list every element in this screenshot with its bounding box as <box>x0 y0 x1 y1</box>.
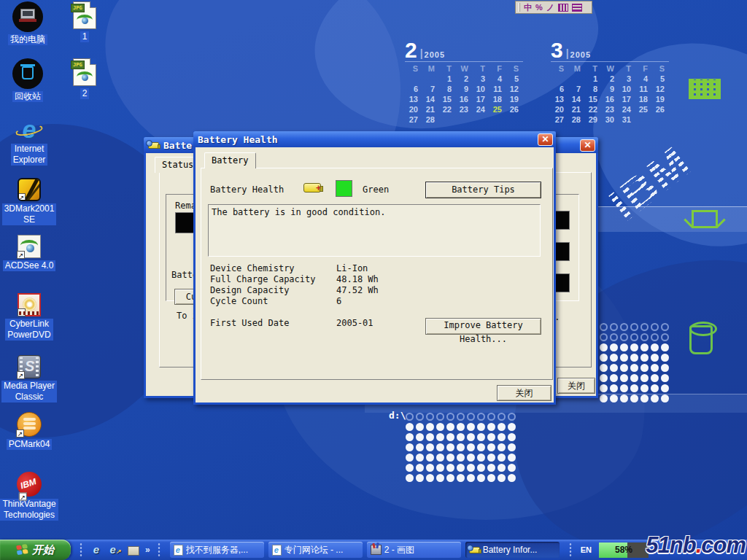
ime-width-toggle-icon[interactable]: % <box>535 1 543 13</box>
calendar-march: 3 | 2005 SMTWTFS123456789101112131415161… <box>551 40 669 125</box>
dot <box>426 413 434 421</box>
desktop-icon-pcmark04[interactable]: ↗ PCMark04 <box>0 412 60 450</box>
calendar-day-header: T <box>472 63 489 74</box>
dot <box>457 413 465 421</box>
desktop-icon-jpg-2[interactable]: JPG 2 <box>55 58 114 99</box>
taskbar-button-ie-error[interactable]: 找不到服务器,... <box>170 542 264 558</box>
desktop: { "wallpaper": { "calendars": [ { "month… <box>0 0 747 560</box>
calendar-date: 17 <box>472 94 489 104</box>
calendar-month: 2 <box>405 41 417 60</box>
paint-icon <box>371 545 382 555</box>
desktop-icon-thinkvantage[interactable]: IBM↗ ThinkVantage Technologies <box>0 472 60 521</box>
dot <box>508 474 516 482</box>
calendar-year: 2005 <box>425 50 445 59</box>
dot <box>640 343 649 351</box>
dot <box>630 333 638 341</box>
quick-launch: e e↗ » <box>71 542 168 557</box>
dot <box>487 443 495 451</box>
close-window-button[interactable]: 关闭 <box>557 378 595 394</box>
start-button[interactable]: 开始 <box>0 540 71 560</box>
windows-flag-icon <box>16 543 28 556</box>
icon-label: Media Player Classic <box>1 381 57 402</box>
jpg-badge: JPG <box>71 4 85 12</box>
field-label: First Used Date <box>210 318 289 328</box>
taskbar-button-forum[interactable]: 专门网论坛 - ... <box>268 542 363 558</box>
ime-punctuation-icon[interactable]: ノ <box>546 1 554 13</box>
dot <box>610 354 618 362</box>
desktop-icon-3dmark2001[interactable]: ↗ 3DMark2001 SE <box>0 178 60 225</box>
dialog-titlebar[interactable]: Battery Health ✕ <box>193 131 556 147</box>
ibm-logo-text: IBM <box>600 136 700 230</box>
overflow-chevron-icon[interactable]: » <box>145 545 150 555</box>
calendar-day-header: T <box>584 63 601 74</box>
desktop-icon-my-computer[interactable]: 我的电脑 <box>0 1 58 45</box>
dot <box>630 323 638 331</box>
battery-app-icon <box>469 547 480 553</box>
dot <box>620 323 628 331</box>
dot <box>600 323 608 331</box>
dot <box>498 443 506 451</box>
battery-status-icon: + <box>303 183 321 192</box>
dot <box>406 464 414 472</box>
dot <box>406 413 414 421</box>
dot <box>630 394 638 402</box>
dot <box>640 384 649 392</box>
desktop-icon-powerdvd[interactable]: ↗ CyberLink PowerDVD <box>0 293 60 341</box>
improve-battery-health-button[interactable]: Improve Battery Health... <box>425 318 541 335</box>
calendar-date: 11 <box>489 84 506 94</box>
dot <box>640 364 649 372</box>
task-label: 找不到服务器,... <box>186 544 248 556</box>
toolbar-separator <box>80 542 82 557</box>
desktop-icon-jpg-1[interactable]: JPG 1 <box>55 1 114 42</box>
shortcut-arrow-icon: ↗ <box>17 371 25 379</box>
dot <box>446 474 454 482</box>
dot <box>600 374 608 382</box>
dot <box>487 454 495 462</box>
dot <box>457 454 465 462</box>
field-label: Design Capacity <box>210 285 289 295</box>
dot <box>651 323 659 331</box>
dot <box>498 423 506 431</box>
desktop-icon-recycle-bin[interactable]: 回收站 <box>0 58 58 102</box>
battery-tips-button[interactable]: Battery Tips <box>425 182 541 198</box>
dot <box>620 384 628 392</box>
close-button[interactable]: ✕ <box>580 139 595 152</box>
calendar-february: 2 | 2005 SMTWTFS123456789101112131415161… <box>405 40 523 125</box>
dot <box>416 433 424 441</box>
dot <box>630 354 638 362</box>
desktop-icon-acdsee[interactable]: ↗ ACDSee 4.0 <box>0 235 60 271</box>
close-button[interactable]: ✕ <box>538 133 553 146</box>
tray-battery-gauge[interactable]: 58% <box>599 542 649 558</box>
dot <box>600 364 608 372</box>
calendar-date <box>489 114 506 125</box>
calendar-header: 2 | 2005 <box>405 40 523 62</box>
dot <box>477 423 485 431</box>
field-label: Full Charge Capacity <box>210 274 316 284</box>
internet-explorer-quicklaunch-icon[interactable]: e <box>90 543 103 556</box>
ime-chinese-icon[interactable]: 中 <box>524 1 532 13</box>
taskbar-button-battery-information[interactable]: Battery Infor... <box>465 542 560 558</box>
calendar-date: 13 <box>405 94 422 104</box>
calendar-date: 8 <box>584 84 601 94</box>
icon-label: 回收站 <box>12 91 43 102</box>
taskbar-button-paint[interactable]: 2 - 画图 <box>367 542 461 558</box>
outlook-express-quicklaunch-icon[interactable]: e↗ <box>109 543 122 556</box>
dot <box>651 333 659 341</box>
desktop-icon-internet-explorer[interactable]: e Internet Explorer <box>0 117 60 166</box>
dot <box>651 354 659 362</box>
language-indicator[interactable]: EN <box>578 545 595 555</box>
ime-keyboard-icon[interactable] <box>558 4 568 12</box>
show-desktop-icon[interactable] <box>128 546 139 556</box>
desktop-icon-media-player-classic[interactable]: S↗ Media Player Classic <box>0 355 60 402</box>
ime-menu-icon[interactable] <box>572 4 582 12</box>
close-dialog-button[interactable]: 关闭 <box>497 385 551 401</box>
page-fold-icon <box>90 1 96 8</box>
window-title: Batte <box>163 140 192 151</box>
tab-battery[interactable]: Battery <box>204 152 256 168</box>
drag-handle-icon[interactable] <box>519 3 520 12</box>
green-grid-icon <box>689 79 721 99</box>
start-label: 开始 <box>32 543 54 557</box>
status-color-swatch <box>336 180 352 197</box>
dot <box>640 333 649 341</box>
toolbar-separator <box>569 542 572 557</box>
